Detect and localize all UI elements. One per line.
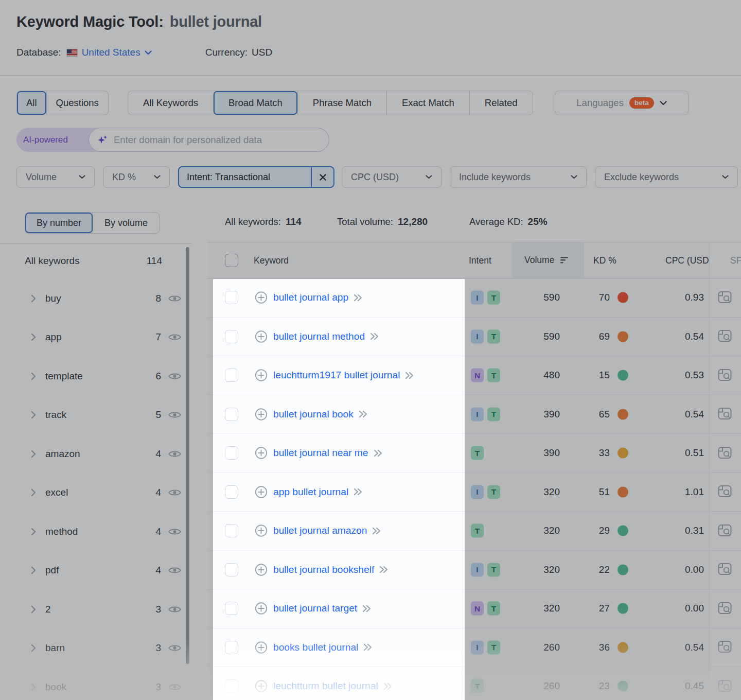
row-checkbox[interactable] bbox=[225, 524, 238, 537]
open-keyword-icon[interactable] bbox=[353, 488, 363, 496]
eye-icon[interactable] bbox=[168, 682, 182, 691]
keyword-group-row[interactable]: track 5 bbox=[0, 396, 191, 435]
eye-icon[interactable] bbox=[168, 644, 182, 653]
serp-features-icon[interactable] bbox=[717, 562, 733, 577]
keyword-group-row[interactable]: pdf 4 bbox=[0, 551, 191, 590]
keyword-group-row[interactable]: excel 4 bbox=[0, 474, 191, 513]
row-checkbox[interactable] bbox=[225, 446, 238, 460]
intent-filter-label[interactable]: Intent: Transactional bbox=[179, 167, 311, 187]
tab-questions[interactable]: Questions bbox=[46, 91, 108, 115]
chevron-right-icon[interactable] bbox=[31, 605, 36, 614]
open-keyword-icon[interactable] bbox=[379, 566, 389, 573]
chevron-right-icon[interactable] bbox=[31, 294, 36, 303]
keyword-link[interactable]: bullet journal book bbox=[273, 409, 354, 420]
open-keyword-icon[interactable] bbox=[353, 294, 363, 302]
tab-broad-match[interactable]: Broad Match bbox=[213, 91, 297, 115]
open-keyword-icon[interactable] bbox=[372, 527, 382, 535]
eye-icon[interactable] bbox=[168, 566, 182, 575]
row-checkbox[interactable] bbox=[225, 679, 238, 693]
eye-icon[interactable] bbox=[168, 294, 182, 303]
column-kd[interactable]: KD % bbox=[593, 255, 616, 266]
keyword-link[interactable]: bullet journal app bbox=[273, 292, 348, 303]
add-to-list-icon[interactable] bbox=[255, 563, 268, 576]
open-keyword-icon[interactable] bbox=[363, 643, 373, 651]
intent-filter-clear-button[interactable] bbox=[311, 167, 333, 187]
row-checkbox[interactable] bbox=[225, 408, 238, 421]
keyword-link[interactable]: bullet journal method bbox=[273, 331, 365, 342]
tab-all[interactable]: All bbox=[17, 91, 46, 115]
add-to-list-icon[interactable] bbox=[255, 369, 268, 382]
chevron-right-icon[interactable] bbox=[31, 644, 36, 652]
keyword-group-row[interactable]: app 7 bbox=[0, 318, 191, 357]
serp-features-icon[interactable] bbox=[717, 601, 733, 616]
keyword-link[interactable]: app bullet journal bbox=[273, 486, 348, 498]
add-to-list-icon[interactable] bbox=[255, 330, 268, 343]
include-keywords-filter[interactable]: Include keywords bbox=[450, 166, 587, 188]
serp-features-icon[interactable] bbox=[717, 368, 733, 383]
chevron-right-icon[interactable] bbox=[31, 372, 36, 380]
keyword-link[interactable]: bullet journal amazon bbox=[273, 525, 367, 536]
column-serp-features[interactable]: SF bbox=[709, 242, 741, 278]
add-to-list-icon[interactable] bbox=[255, 602, 268, 615]
chevron-right-icon[interactable] bbox=[31, 450, 36, 458]
row-checkbox[interactable] bbox=[225, 369, 238, 382]
keyword-link[interactable]: leuchtturm bullet journal bbox=[273, 680, 378, 692]
database-select[interactable]: United States bbox=[82, 47, 152, 58]
chevron-right-icon[interactable] bbox=[31, 488, 36, 497]
serp-features-icon[interactable] bbox=[717, 290, 733, 305]
row-checkbox[interactable] bbox=[225, 291, 238, 304]
row-checkbox[interactable] bbox=[225, 330, 238, 343]
chevron-right-icon[interactable] bbox=[31, 333, 36, 341]
eye-icon[interactable] bbox=[168, 488, 182, 497]
chevron-right-icon[interactable] bbox=[31, 528, 36, 536]
tab-exact-match[interactable]: Exact Match bbox=[386, 91, 469, 115]
tab-related[interactable]: Related bbox=[469, 91, 533, 115]
volume-filter[interactable]: Volume bbox=[16, 166, 95, 188]
add-to-list-icon[interactable] bbox=[255, 680, 268, 693]
eye-icon[interactable] bbox=[168, 333, 182, 342]
add-to-list-icon[interactable] bbox=[255, 524, 268, 537]
row-checkbox[interactable] bbox=[225, 602, 238, 615]
serp-features-icon[interactable] bbox=[717, 523, 733, 538]
serp-features-icon[interactable] bbox=[717, 640, 733, 655]
kd-filter[interactable]: KD % bbox=[103, 166, 170, 188]
eye-icon[interactable] bbox=[168, 449, 182, 458]
eye-icon[interactable] bbox=[168, 411, 182, 419]
cpc-filter[interactable]: CPC (USD) bbox=[342, 166, 442, 188]
row-checkbox[interactable] bbox=[225, 485, 238, 499]
chevron-right-icon[interactable] bbox=[31, 566, 36, 574]
keyword-group-row[interactable]: 2 3 bbox=[0, 590, 191, 629]
column-intent[interactable]: Intent bbox=[469, 255, 491, 266]
sidebar-scrollbar[interactable] bbox=[186, 247, 189, 664]
keyword-link[interactable]: books bullet journal bbox=[273, 642, 358, 653]
keyword-link[interactable]: bullet journal near me bbox=[273, 447, 368, 459]
keyword-link[interactable]: bullet journal bookshelf bbox=[273, 564, 374, 575]
toggle-by-volume[interactable]: By volume bbox=[93, 213, 159, 233]
keyword-group-row[interactable]: buy 8 bbox=[0, 279, 191, 318]
eye-icon[interactable] bbox=[168, 527, 182, 536]
keyword-group-row[interactable]: book 3 bbox=[0, 668, 191, 700]
toggle-by-number[interactable]: By number bbox=[25, 213, 93, 233]
add-to-list-icon[interactable] bbox=[255, 447, 268, 460]
open-keyword-icon[interactable] bbox=[383, 682, 393, 690]
row-checkbox[interactable] bbox=[225, 641, 238, 654]
chevron-right-icon[interactable] bbox=[31, 411, 36, 419]
add-to-list-icon[interactable] bbox=[255, 291, 268, 304]
serp-features-icon[interactable] bbox=[717, 679, 733, 694]
column-volume[interactable]: Volume bbox=[512, 242, 584, 278]
column-cpc[interactable]: CPC (USD) bbox=[665, 255, 712, 266]
open-keyword-icon[interactable] bbox=[404, 372, 415, 379]
serp-features-icon[interactable] bbox=[717, 446, 733, 461]
row-checkbox[interactable] bbox=[225, 563, 238, 576]
open-keyword-icon[interactable] bbox=[358, 410, 368, 418]
serp-features-icon[interactable] bbox=[717, 484, 733, 499]
tab-all-keywords[interactable]: All Keywords bbox=[128, 91, 213, 115]
languages-dropdown[interactable]: Languages beta bbox=[555, 91, 689, 115]
add-to-list-icon[interactable] bbox=[255, 485, 268, 498]
keyword-group-row[interactable]: amazon 4 bbox=[0, 434, 191, 474]
sidebar-all-keywords[interactable]: All keywords 114 bbox=[25, 252, 162, 270]
keyword-group-row[interactable]: method 4 bbox=[0, 512, 191, 551]
open-keyword-icon[interactable] bbox=[369, 332, 380, 340]
open-keyword-icon[interactable] bbox=[362, 605, 372, 612]
eye-icon[interactable] bbox=[168, 605, 182, 614]
